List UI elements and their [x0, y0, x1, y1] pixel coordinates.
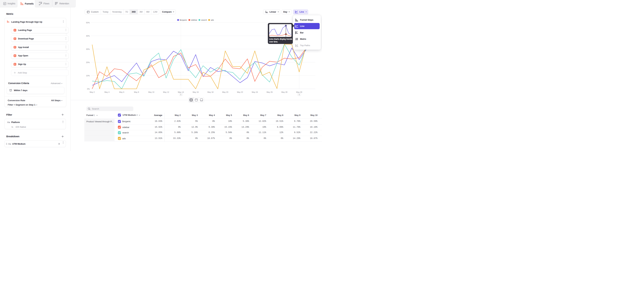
svg-text:May 2: May 2: [90, 91, 95, 93]
svg-text:May 8: May 8: [134, 91, 139, 93]
svg-text:1: 1: [299, 94, 300, 96]
svg-text:May 6: May 6: [119, 91, 124, 93]
svg-text:May 16: May 16: [193, 91, 199, 93]
svg-text:40%: 40%: [86, 35, 90, 37]
svg-text:May 30: May 30: [296, 91, 302, 93]
svg-text:May 24: May 24: [252, 91, 258, 93]
svg-text:20%: 20%: [86, 62, 90, 64]
svg-text:50%: 50%: [86, 22, 90, 24]
svg-text:May 10: May 10: [148, 91, 154, 93]
svg-text:1: 1: [180, 94, 181, 96]
svg-text:May 18: May 18: [208, 91, 214, 93]
svg-text:May 26: May 26: [266, 91, 272, 93]
svg-text:May 14: May 14: [178, 91, 184, 93]
svg-text:0%: 0%: [87, 88, 90, 90]
svg-text:May 28: May 28: [282, 91, 288, 93]
svg-text:30%: 30%: [86, 48, 90, 50]
svg-text:May 22: May 22: [237, 91, 243, 93]
svg-text:10%: 10%: [86, 75, 90, 77]
svg-text:May 12: May 12: [163, 91, 169, 93]
svg-text:May 4: May 4: [104, 91, 110, 93]
svg-text:May 20: May 20: [222, 91, 228, 93]
